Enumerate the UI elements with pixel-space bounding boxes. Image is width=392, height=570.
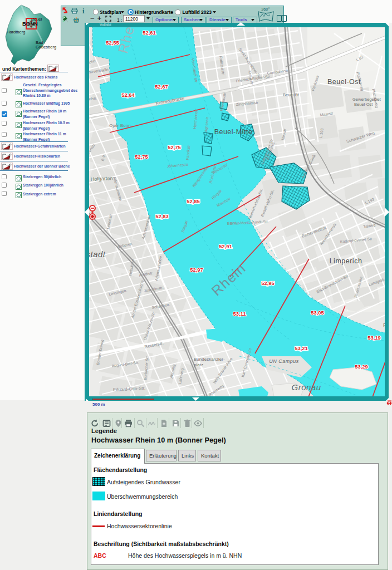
- svg-text:53,11: 53,11: [233, 311, 246, 317]
- svg-text:53,21: 53,21: [295, 346, 307, 351]
- svg-text:360°: 360°: [261, 7, 270, 12]
- svg-text:52,85: 52,85: [187, 199, 199, 204]
- svg-text:Bundeskanzler-: Bundeskanzler-: [194, 357, 225, 362]
- svg-text:Gronau: Gronau: [291, 382, 321, 392]
- svg-text:52,83: 52,83: [155, 214, 168, 219]
- svg-text:53,19: 53,19: [367, 335, 380, 341]
- svg-text:53,29: 53,29: [355, 364, 367, 370]
- svg-text:Beuel-Ost: Beuel-Ost: [327, 78, 361, 86]
- svg-text:52,95: 52,95: [261, 281, 274, 286]
- svg-text:UN Campus: UN Campus: [269, 358, 299, 364]
- svg-text:stadt: stadt: [89, 249, 106, 259]
- svg-text:F: F: [383, 322, 385, 328]
- svg-text:Beuel-Ost: Beuel-Ost: [354, 102, 373, 107]
- svg-text:52,64: 52,64: [121, 92, 135, 98]
- svg-text:Oper Bonn: Oper Bonn: [109, 123, 131, 128]
- svg-text:platz: platz: [194, 362, 203, 367]
- svg-text:52,97: 52,97: [190, 267, 203, 273]
- svg-text:52,67: 52,67: [155, 84, 168, 90]
- svg-text:52,61: 52,61: [143, 30, 155, 36]
- svg-text:Hofgarten: Hofgarten: [91, 175, 113, 182]
- svg-text:53,05: 53,05: [311, 310, 324, 316]
- svg-text:Beuel-Mitte: Beuel-Mitte: [214, 128, 253, 136]
- svg-text:52,75: 52,75: [135, 154, 148, 160]
- svg-text:Beuel Bf: Beuel Bf: [283, 92, 299, 97]
- svg-text:52,91: 52,91: [219, 244, 232, 249]
- svg-text:52,55: 52,55: [106, 40, 119, 46]
- svg-text:Limperich: Limperich: [330, 257, 362, 265]
- svg-text:52,75: 52,75: [168, 145, 180, 150]
- svg-text:Gewerbegebiet: Gewerbegebiet: [352, 97, 381, 102]
